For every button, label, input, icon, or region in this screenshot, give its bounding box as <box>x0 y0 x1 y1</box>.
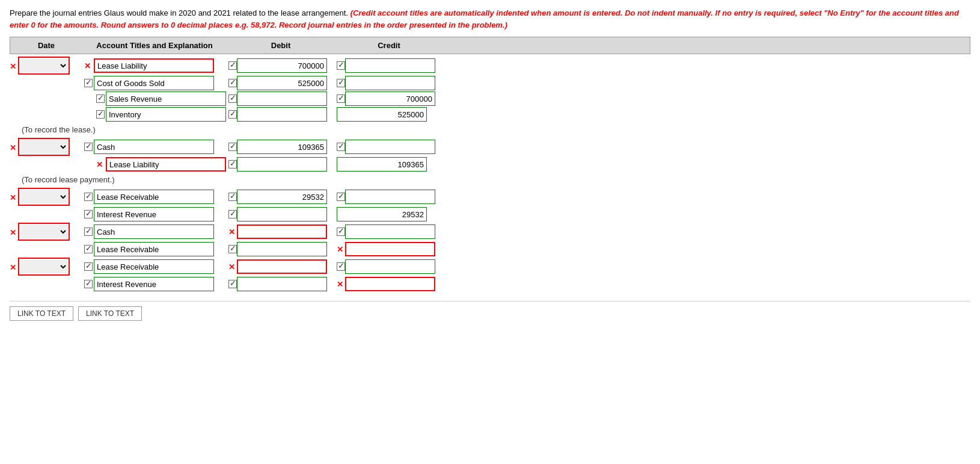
date-x-mark[interactable]: ✕ <box>10 263 18 271</box>
header-debit: Debit <box>227 37 335 54</box>
debit-check[interactable] <box>228 160 237 169</box>
account-input[interactable] <box>94 190 214 204</box>
header-credit: Credit <box>335 37 443 54</box>
credit-input[interactable] <box>345 224 435 239</box>
debit-cell: ✕ <box>226 259 334 274</box>
account-input[interactable] <box>94 76 214 90</box>
date-select[interactable] <box>20 224 68 239</box>
credit-input[interactable] <box>345 91 435 106</box>
account-cell: ✕ <box>82 58 226 73</box>
debit-input[interactable] <box>237 91 327 106</box>
account-check[interactable] <box>84 79 93 87</box>
account-input[interactable] <box>94 277 214 291</box>
credit-check[interactable] <box>337 61 345 70</box>
account-input[interactable] <box>106 107 226 122</box>
account-input[interactable] <box>94 58 214 73</box>
credit-input[interactable] <box>345 242 435 256</box>
credit-input[interactable] <box>345 58 435 73</box>
account-check[interactable] <box>84 245 93 253</box>
date-select-wrapper <box>18 188 70 206</box>
date-cell-4: ✕ <box>10 223 82 241</box>
credit-input[interactable] <box>345 76 435 90</box>
debit-input[interactable] <box>237 277 327 291</box>
date-select[interactable] <box>20 58 68 73</box>
account-check[interactable] <box>84 143 93 151</box>
table-row: ✕ <box>10 138 970 156</box>
debit-input[interactable] <box>237 242 327 256</box>
date-select[interactable] <box>20 259 68 274</box>
debit-input[interactable] <box>237 58 327 73</box>
credit-input[interactable] <box>337 107 427 122</box>
credit-input[interactable] <box>345 140 435 154</box>
account-check[interactable] <box>96 110 105 119</box>
credit-input[interactable] <box>345 259 435 274</box>
debit-input[interactable] <box>237 207 327 221</box>
account-check[interactable] <box>84 193 93 201</box>
credit-check[interactable] <box>337 227 345 236</box>
credit-input[interactable] <box>345 277 435 291</box>
debit-check[interactable] <box>228 193 237 201</box>
credit-input[interactable] <box>337 207 427 221</box>
debit-check[interactable] <box>228 110 237 119</box>
credit-check[interactable] <box>337 143 345 151</box>
date-cell-2: ✕ <box>10 138 82 156</box>
account-check[interactable] <box>84 280 93 288</box>
link-to-text-btn-1[interactable]: LINK TO TEXT <box>10 306 73 321</box>
debit-cell <box>226 242 334 256</box>
account-input[interactable] <box>94 224 214 239</box>
date-x-mark[interactable]: ✕ <box>10 193 18 202</box>
table-row: ✕✕ <box>10 258 970 276</box>
debit-check[interactable] <box>228 94 237 103</box>
debit-cell <box>226 190 334 204</box>
credit-input[interactable] <box>345 190 435 204</box>
debit-input[interactable] <box>237 224 327 239</box>
account-check[interactable] <box>84 210 93 218</box>
table-row <box>10 76 970 90</box>
debit-check[interactable] <box>228 245 237 253</box>
credit-x-mark[interactable]: ✕ <box>337 280 345 288</box>
account-check[interactable] <box>84 227 93 236</box>
account-x-mark[interactable]: ✕ <box>96 160 105 169</box>
credit-check[interactable] <box>337 193 345 201</box>
debit-check[interactable] <box>228 79 237 87</box>
account-check[interactable] <box>84 262 93 271</box>
credit-check[interactable] <box>337 79 345 87</box>
credit-input[interactable] <box>337 157 427 172</box>
debit-input[interactable] <box>237 107 327 122</box>
account-x-mark[interactable]: ✕ <box>84 61 93 70</box>
date-select[interactable] <box>20 190 68 204</box>
debit-cell: ✕ <box>226 224 334 239</box>
debit-input[interactable] <box>237 259 327 274</box>
credit-check[interactable] <box>337 262 345 271</box>
date-x-mark[interactable]: ✕ <box>10 228 18 237</box>
debit-input[interactable] <box>237 157 327 172</box>
account-input[interactable] <box>106 91 226 106</box>
account-input[interactable] <box>94 207 214 221</box>
debit-input[interactable] <box>237 140 327 154</box>
debit-check[interactable] <box>228 61 237 70</box>
date-x-mark[interactable]: ✕ <box>10 62 18 70</box>
debit-check[interactable] <box>228 280 237 288</box>
debit-cell <box>226 76 334 90</box>
account-input[interactable] <box>94 242 214 256</box>
table-header: Date Account Titles and Explanation Debi… <box>10 37 970 54</box>
debit-check[interactable] <box>228 143 237 151</box>
date-select[interactable] <box>20 140 68 154</box>
link-to-text-btn-2[interactable]: LINK TO TEXT <box>78 306 142 321</box>
account-cell <box>82 76 226 90</box>
debit-input[interactable] <box>237 190 327 204</box>
credit-check[interactable] <box>337 94 345 103</box>
debit-check[interactable] <box>228 210 237 218</box>
bottom-buttons: LINK TO TEXT LINK TO TEXT <box>10 301 970 321</box>
entry-group-4: ✕✕✕ <box>10 223 970 256</box>
account-input[interactable] <box>106 157 226 172</box>
account-check[interactable] <box>96 94 105 103</box>
credit-x-mark[interactable]: ✕ <box>337 245 345 253</box>
debit-input[interactable] <box>237 76 327 90</box>
account-input[interactable] <box>94 140 214 154</box>
account-input[interactable] <box>94 259 214 274</box>
debit-x-mark[interactable]: ✕ <box>228 227 237 236</box>
date-x-mark[interactable]: ✕ <box>10 143 18 152</box>
credit-cell <box>334 107 443 122</box>
debit-x-mark[interactable]: ✕ <box>228 262 237 271</box>
